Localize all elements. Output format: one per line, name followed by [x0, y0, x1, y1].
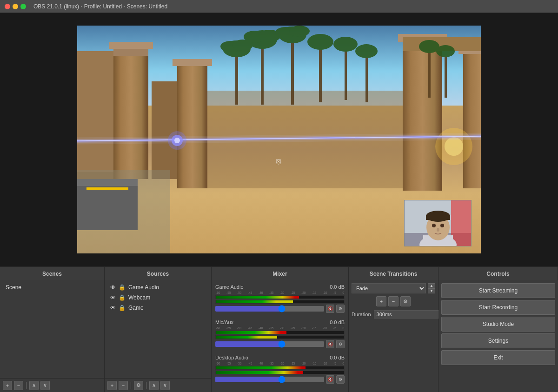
scenes-panel: Scene + − ∧ ∨: [0, 280, 105, 392]
mute-button-0[interactable]: 🔇: [326, 305, 334, 313]
remove-source-button[interactable]: −: [119, 381, 128, 390]
source-item-game[interactable]: 👁 🔒 Game: [106, 303, 209, 313]
toolbar-separator: [26, 382, 27, 389]
mixer-channel-desktop-audio: Desktop Audio 0.0 dB -60-55-50-45-40-35-…: [213, 353, 346, 385]
meter-fill-1b: [216, 336, 277, 339]
maximize-button[interactable]: [20, 4, 26, 9]
mute-button-1[interactable]: 🔇: [326, 340, 334, 348]
remove-scene-button[interactable]: −: [14, 381, 23, 390]
toolbar-separator-3: [146, 382, 146, 389]
add-source-button[interactable]: +: [107, 381, 117, 390]
lock-icon: 🔒: [119, 284, 126, 291]
scenes-toolbar: + − ∧ ∨: [0, 378, 104, 392]
scenes-panel-header: Scenes: [0, 267, 105, 280]
exit-button[interactable]: Exit: [441, 350, 555, 365]
source-settings-button[interactable]: ⚙: [134, 381, 143, 390]
meter-fill-2b: [216, 371, 303, 374]
lock-icon: 🔒: [119, 305, 126, 311]
channel-settings-0[interactable]: ⚙: [336, 305, 345, 313]
volume-slider-2[interactable]: [215, 377, 324, 382]
transition-down-arrow[interactable]: ▼: [428, 288, 435, 293]
svg-rect-22: [291, 35, 294, 105]
meter-bar-top-2: [215, 366, 345, 370]
panel-headers: Scenes Sources Mixer Scene Transitions C…: [0, 266, 558, 280]
svg-point-58: [432, 224, 436, 227]
duration-input[interactable]: [374, 310, 444, 319]
duration-label: Duration: [352, 312, 371, 317]
meter-bar-bottom-0: [215, 300, 345, 304]
volume-slider-0[interactable]: [215, 306, 324, 312]
mixer-channel-header-0: Game Audio 0.0 dB: [215, 284, 345, 290]
sources-panel: 👁 🔒 Game Audio 👁 🔒 Webcam 👁 🔒 Game + −: [105, 280, 212, 392]
scenes-list: Scene: [0, 280, 104, 378]
scene-item[interactable]: Scene: [2, 282, 102, 292]
controls-panel-header: Controls: [438, 267, 558, 280]
transition-settings-button[interactable]: ⚙: [400, 296, 411, 306]
preview-canvas: [0, 13, 558, 266]
meter-scale-0: -60-55-50-45-40-35-30-25-20-15-10-50: [215, 291, 345, 294]
controls-panel: Start Streaming Start Recording Studio M…: [438, 280, 558, 392]
meter-bar-bottom-2: [215, 371, 345, 374]
settings-button[interactable]: Settings: [441, 333, 555, 348]
bottom-panel: Scenes Sources Mixer Scene Transitions C…: [0, 266, 558, 392]
svg-rect-7: [403, 37, 442, 191]
mixer-controls-2: 🔇 ⚙: [215, 375, 345, 384]
transition-arrows: ▲ ▼: [428, 283, 435, 293]
move-scene-up-button[interactable]: ∧: [29, 381, 39, 390]
svg-rect-4: [109, 42, 153, 49]
move-source-down-button[interactable]: ∨: [160, 381, 170, 390]
mixer-panel: Game Audio 0.0 dB -60-55-50-45-40-35-30-…: [212, 280, 349, 392]
start-streaming-button[interactable]: Start Streaming: [441, 283, 555, 298]
meter-scale-1: -60-55-50-45-40-35-30-25-20-15-10-50: [215, 326, 345, 330]
source-item-game-audio[interactable]: 👁 🔒 Game Audio: [106, 282, 209, 292]
svg-rect-49: [77, 179, 138, 230]
minimize-button[interactable]: [13, 4, 18, 9]
webcam-feed: [405, 200, 472, 246]
channel-settings-1[interactable]: ⚙: [336, 340, 345, 348]
close-button[interactable]: [5, 4, 10, 9]
window-controls[interactable]: [5, 4, 26, 9]
channel-settings-2[interactable]: ⚙: [336, 375, 345, 384]
transition-up-arrow[interactable]: ▲: [428, 283, 435, 288]
svg-rect-12: [152, 81, 177, 179]
transitions-panel: Fade ▲ ▼ + − ⚙ Duration ▲ ▼: [349, 280, 438, 392]
transition-type-select[interactable]: Fade: [352, 283, 426, 293]
svg-rect-54: [451, 200, 472, 246]
start-recording-button[interactable]: Start Recording: [441, 300, 555, 315]
svg-rect-32: [428, 47, 431, 98]
mixer-channel-db-2: 0.0 dB: [330, 355, 345, 360]
titlebar: OBS 21.0.1 (linux) - Profile: Untitled -…: [0, 0, 558, 13]
svg-rect-30: [365, 51, 368, 102]
mixer-channel-name-1: Mic/Aux: [215, 319, 233, 325]
svg-rect-62: [426, 215, 450, 220]
add-scene-button[interactable]: +: [3, 381, 12, 390]
meter-scale-2: -60-55-50-45-40-35-30-25-20-15-10-50: [215, 362, 345, 365]
meter-bar-bottom-1: [215, 335, 345, 339]
mixer-channel-header-2: Desktop Audio 0.0 dB: [215, 355, 345, 360]
svg-point-60: [437, 228, 439, 232]
svg-rect-2: [113, 44, 148, 179]
volume-slider-1[interactable]: [215, 341, 324, 347]
move-scene-down-button[interactable]: ∨: [40, 381, 50, 390]
svg-rect-5: [177, 63, 207, 188]
eye-icon: 👁: [110, 305, 116, 311]
mixer-panel-header: Mixer: [212, 267, 349, 280]
svg-point-25: [289, 26, 310, 37]
move-source-up-button[interactable]: ∧: [149, 381, 159, 390]
mixer-channel-header-1: Mic/Aux 0.0 dB: [215, 319, 345, 325]
webcam-overlay: [404, 200, 472, 246]
mixer-channel-mic-aux: Mic/Aux 0.0 dB -60-55-50-45-40-35-30-25-…: [213, 318, 346, 350]
source-item-webcam[interactable]: 👁 🔒 Webcam: [106, 292, 209, 303]
svg-rect-51: [86, 187, 128, 190]
meter-fill-0: [216, 296, 299, 299]
panels-content: Scene + − ∧ ∨ 👁 🔒 Game Audio 👁: [0, 280, 558, 392]
transition-select-row: Fade ▲ ▼: [352, 283, 435, 293]
eye-icon: 👁: [110, 294, 116, 301]
studio-mode-button[interactable]: Studio Mode: [441, 317, 555, 332]
add-transition-button[interactable]: +: [376, 296, 386, 306]
remove-transition-button[interactable]: −: [388, 296, 399, 306]
window-title: OBS 21.0.1 (linux) - Profile: Untitled -…: [33, 3, 167, 10]
sources-toolbar: + − ⚙ ∧ ∨: [105, 378, 211, 392]
mute-button-2[interactable]: 🔇: [326, 375, 334, 384]
transitions-panel-header: Scene Transitions: [349, 267, 438, 280]
